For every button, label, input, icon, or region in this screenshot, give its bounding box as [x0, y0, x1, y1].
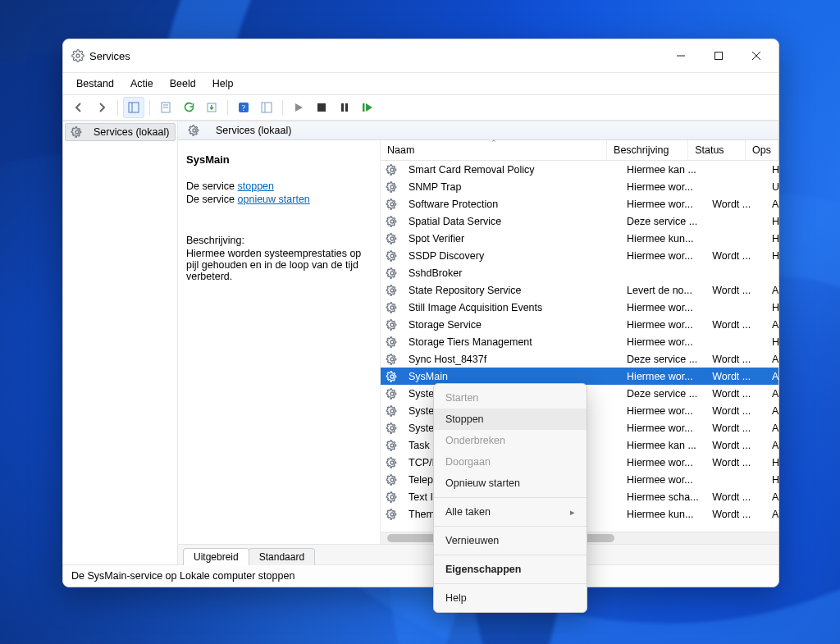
- column-headers: Naam ⌃ Beschrijving Status Ops: [381, 140, 778, 161]
- svg-point-41: [390, 478, 394, 482]
- ctx-stop[interactable]: Stoppen: [434, 409, 587, 430]
- service-startup: Har: [765, 457, 778, 468]
- ctx-restart[interactable]: Opnieuw starten: [434, 473, 587, 494]
- service-startup: Aut: [765, 285, 778, 296]
- service-pause-button[interactable]: [334, 97, 355, 118]
- toolbar-button[interactable]: [256, 97, 277, 118]
- service-row[interactable]: Still Image Acquisition EventsHiermee wo…: [381, 299, 778, 316]
- menu-bar: Bestand Actie Beeld Help: [63, 73, 778, 95]
- service-description: Hiermee wor...: [620, 319, 705, 331]
- service-startup: Aut: [765, 440, 778, 451]
- info-line2-text: De service: [186, 194, 238, 205]
- show-hide-tree-button[interactable]: [123, 97, 144, 118]
- service-name: Spot Verifier: [409, 233, 464, 244]
- properties-button[interactable]: [155, 97, 176, 118]
- service-icon: [386, 232, 399, 245]
- service-row[interactable]: Spatial Data ServiceDeze service ...Har: [381, 212, 778, 230]
- svg-marker-15: [295, 103, 303, 112]
- service-status: Wordt ...: [705, 509, 765, 520]
- tab-standard[interactable]: Standaard: [249, 548, 315, 565]
- service-status: Wordt ...: [705, 457, 765, 468]
- service-row[interactable]: Smart Card Removal PolicyHiermee kan ...…: [381, 161, 778, 178]
- column-name[interactable]: Naam ⌃: [381, 140, 607, 160]
- column-startup[interactable]: Ops: [746, 140, 778, 160]
- services-window: Services Bestand Actie Beeld Help ?: [62, 39, 779, 587]
- titlebar[interactable]: Services: [63, 39, 778, 73]
- description-label: Beschrijving:: [186, 235, 372, 246]
- service-description: Hiermee wor...: [620, 250, 705, 262]
- menu-file[interactable]: Bestand: [70, 75, 121, 92]
- service-row[interactable]: Spot VerifierHiermee kun...Har: [381, 230, 778, 247]
- nav-forward-button[interactable]: [91, 97, 112, 118]
- svg-point-35: [390, 375, 394, 378]
- service-row[interactable]: Software ProtectionHiermee wor...Wordt .…: [381, 195, 778, 212]
- menu-action[interactable]: Actie: [124, 75, 160, 92]
- tree-root-services[interactable]: Services (lokaal): [65, 123, 176, 141]
- menu-view[interactable]: Beeld: [163, 75, 203, 92]
- service-startup: Aut: [765, 422, 778, 434]
- service-icon: [386, 318, 399, 331]
- service-row[interactable]: State Repository ServiceLevert de no...W…: [381, 281, 778, 299]
- service-description: Hiermee wor...: [620, 474, 705, 486]
- service-row[interactable]: SNMP TrapHiermee wor...Uitg: [381, 178, 778, 195]
- svg-point-37: [390, 409, 394, 413]
- service-name: SysMain: [409, 371, 448, 382]
- service-description: Hiermee scha...: [620, 491, 705, 503]
- sort-indicator-icon: ⌃: [491, 139, 497, 147]
- service-row[interactable]: SSDP DiscoveryHiermee wor...Wordt ...Har: [381, 247, 778, 264]
- service-row[interactable]: Storage ServiceHiermee wor...Wordt ...Au…: [381, 316, 778, 333]
- service-icon: [386, 198, 399, 211]
- help-button[interactable]: ?: [233, 97, 254, 118]
- pane-caption: Services (lokaal): [216, 125, 291, 136]
- service-status: Wordt ...: [705, 199, 765, 210]
- service-stop-button[interactable]: [311, 97, 332, 118]
- svg-point-31: [390, 306, 394, 309]
- minimize-button[interactable]: [662, 43, 700, 69]
- ctx-refresh[interactable]: Vernieuwen: [434, 530, 587, 551]
- svg-point-42: [390, 496, 394, 499]
- service-row[interactable]: SshdBroker: [381, 264, 778, 281]
- svg-rect-2: [715, 53, 723, 60]
- service-row[interactable]: Sync Host_8437fDeze service ...Wordt ...…: [381, 350, 778, 368]
- service-startup: Aut: [765, 354, 778, 365]
- refresh-button[interactable]: [178, 97, 199, 118]
- export-list-button[interactable]: [201, 97, 222, 118]
- ctx-separator: [434, 583, 587, 584]
- tab-extended[interactable]: Uitgebreid: [183, 548, 249, 565]
- service-icon: [386, 353, 399, 366]
- ctx-separator: [434, 555, 587, 555]
- svg-rect-5: [129, 103, 139, 112]
- ctx-properties[interactable]: Eigenschappen: [434, 559, 587, 580]
- service-name: Still Image Acquisition Events: [409, 302, 542, 313]
- svg-rect-18: [345, 103, 348, 112]
- console-tree: Services (lokaal): [63, 121, 178, 564]
- ctx-resume: Doorgaan: [434, 451, 587, 473]
- service-status: Wordt ...: [705, 491, 765, 503]
- service-row[interactable]: Storage Tiers ManagementHiermee wor...Ha…: [381, 333, 778, 350]
- column-description[interactable]: Beschrijving: [607, 140, 688, 160]
- menu-help[interactable]: Help: [206, 75, 240, 92]
- column-status[interactable]: Status: [688, 140, 746, 160]
- service-status: Wordt ...: [705, 319, 765, 331]
- svg-point-43: [390, 513, 394, 516]
- service-name: Software Protection: [409, 199, 498, 210]
- service-start-button[interactable]: [288, 97, 309, 118]
- ctx-help[interactable]: Help: [434, 587, 587, 609]
- close-button[interactable]: [737, 43, 775, 69]
- status-bar: De SysMain-service op Lokale computer st…: [63, 564, 778, 587]
- service-description: Hiermee wor...: [620, 405, 705, 417]
- description-text: Hiermee worden systeemprestaties op pijl…: [186, 248, 372, 282]
- stop-service-link[interactable]: stoppen: [238, 180, 274, 192]
- ctx-all-tasks[interactable]: Alle taken ▸: [434, 501, 587, 523]
- svg-rect-13: [262, 103, 272, 112]
- svg-point-27: [390, 237, 394, 240]
- service-row[interactable]: SysMainHiermee wor...Wordt ...Aut: [381, 368, 778, 385]
- maximize-button[interactable]: [700, 43, 737, 69]
- service-name: Storage Service: [409, 319, 482, 331]
- service-icon: [386, 163, 399, 176]
- service-restart-button[interactable]: [357, 97, 378, 118]
- tree-root-label: Services (lokaal): [94, 126, 169, 138]
- restart-service-link[interactable]: opnieuw starten: [238, 194, 310, 205]
- svg-point-28: [390, 254, 394, 258]
- nav-back-button[interactable]: [68, 97, 89, 118]
